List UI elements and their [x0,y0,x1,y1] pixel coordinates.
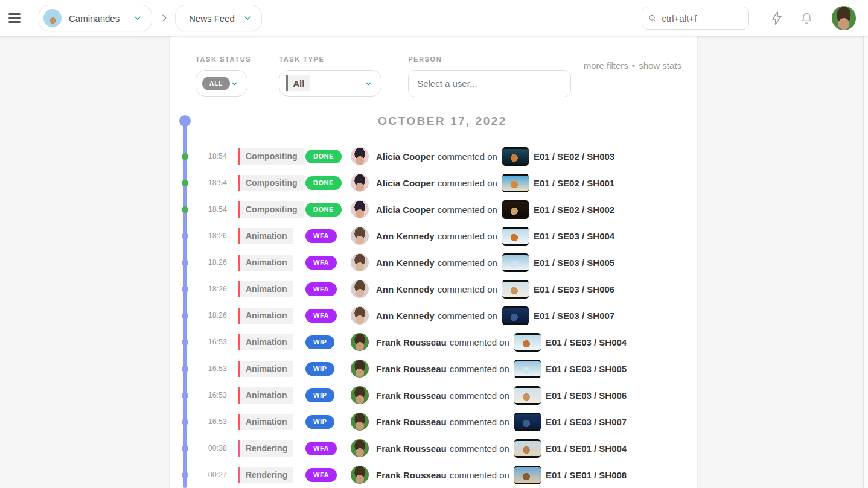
show-stats-link[interactable]: show stats [639,60,681,71]
entity-link[interactable]: E01 / SE03 / SH007 [534,311,614,321]
menu-hamburger-icon[interactable] [8,11,24,25]
task-type-name: Animation [240,308,293,324]
person-name[interactable]: Frank Rousseau [376,443,447,454]
feed-event-row[interactable]: 18:54CompositingDONEAlicia Coopercomment… [170,170,697,196]
person-avatar[interactable] [351,439,369,457]
entity-link[interactable]: E01 / SE01 / SH008 [546,470,627,480]
event-time: 18:26 [170,311,227,320]
status-badge-wrap: WFA [305,282,351,296]
feed-event-row[interactable]: 18:26AnimationWFAAnn Kennedycommented on… [170,302,697,329]
entity-link[interactable]: E01 / SE02 / SH001 [534,178,614,188]
more-filters-link[interactable]: more filters [584,60,628,71]
entity-link[interactable]: E01 / SE03 / SH004 [546,337,627,347]
shot-thumbnail[interactable] [502,253,529,272]
feed-event-row[interactable]: 18:54CompositingDONEAlicia Coopercomment… [170,143,697,170]
user-avatar[interactable] [832,6,856,30]
chevron-down-icon [231,80,238,87]
person-avatar[interactable] [351,227,369,245]
person-name[interactable]: Frank Rousseau [376,337,447,347]
person-name[interactable]: Alicia Cooper [376,151,435,162]
task-status-select[interactable]: ALL [196,70,247,97]
search-input[interactable] [662,13,742,24]
shot-thumbnail[interactable] [514,333,541,352]
person-name[interactable]: Ann Kennedy [376,284,435,294]
person-avatar[interactable] [351,306,369,325]
shot-thumbnail[interactable] [514,413,541,431]
person-name[interactable]: Alicia Cooper [376,178,435,188]
shot-thumbnail[interactable] [514,466,541,484]
search-icon [648,13,657,24]
shot-thumbnail[interactable] [514,439,541,458]
task-type-chip: Animation [238,255,293,271]
task-type-select[interactable]: All [279,70,381,97]
person-name[interactable]: Ann Kennedy [376,231,435,241]
notifications-bell-icon[interactable] [800,11,814,25]
activity-feed: OCTOBER 17, 2022 18:54CompositingDONEAli… [170,115,697,488]
timeline-dot [182,392,188,399]
shot-thumbnail[interactable] [502,227,529,246]
person-name[interactable]: Frank Rousseau [376,364,447,374]
shot-thumbnail[interactable] [502,280,529,299]
person-avatar[interactable] [351,413,369,431]
section-name: News Feed [189,13,235,24]
event-time: 00:38 [170,444,227,452]
shot-thumbnail[interactable] [502,174,529,192]
feed-event-row[interactable]: 18:26AnimationWFAAnn Kennedycommented on… [170,276,697,302]
person-avatar[interactable] [351,147,369,165]
event-time: 18:26 [170,258,227,267]
production-select[interactable]: Caminandes [39,5,152,31]
shot-thumbnail[interactable] [514,386,541,405]
person-avatar[interactable] [351,280,369,298]
feed-event-row[interactable]: 16:53AnimationWIPFrank Rousseaucommented… [170,408,697,435]
feed-event-row[interactable]: 18:26AnimationWFAAnn Kennedycommented on… [170,249,697,276]
person-select-input[interactable] [408,70,571,97]
entity-link[interactable]: E01 / SE02 / SH003 [534,151,614,162]
quick-timer-lightning-icon[interactable] [770,11,784,25]
section-select[interactable]: News Feed [175,5,262,31]
person-name[interactable]: Alicia Cooper [376,204,435,215]
feed-event-row[interactable]: 16:53AnimationWIPFrank Rousseaucommented… [170,329,697,355]
person-avatar[interactable] [351,360,369,378]
person-avatar[interactable] [351,253,369,271]
timeline-dot [182,339,188,346]
entity-link[interactable]: E01 / SE03 / SH004 [534,231,614,241]
status-badge-wrap: WIP [305,335,351,349]
feed-event-row[interactable]: 00:27RenderingWFAFrank Rousseaucommented… [170,461,697,488]
person-name[interactable]: Frank Rousseau [376,390,447,401]
entity-link[interactable]: E01 / SE03 / SH005 [534,258,614,268]
person-avatar[interactable] [351,386,369,404]
entity-link[interactable]: E01 / SE02 / SH002 [534,204,614,215]
person-avatar[interactable] [351,333,369,351]
task-type-name: Compositing [240,201,304,218]
event-action-text: commented on [438,311,497,321]
page-content: TASK STATUS ALL TASK TYPE All PERSON [0,36,868,488]
shot-thumbnail[interactable] [502,200,529,219]
shot-thumbnail[interactable] [502,306,529,325]
person-name[interactable]: Frank Rousseau [376,417,447,427]
feed-event-row[interactable]: 18:26AnimationWFAAnn Kennedycommented on… [170,223,697,249]
feed-event-row[interactable]: 00:38RenderingWFAFrank Rousseaucommented… [170,435,697,461]
shot-thumbnail[interactable] [514,360,541,378]
entity-link[interactable]: E01 / SE03 / SH005 [546,364,627,374]
person-name[interactable]: Frank Rousseau [376,470,447,480]
entity-link[interactable]: E01 / SE01 / SH004 [546,443,627,454]
feed-event-row[interactable]: 16:53AnimationWIPFrank Rousseaucommented… [170,382,697,408]
entity-link[interactable]: E01 / SE03 / SH006 [546,390,627,401]
person-name[interactable]: Ann Kennedy [376,258,435,268]
chevron-down-icon [365,80,372,87]
entity-link[interactable]: E01 / SE03 / SH006 [534,284,614,294]
person-avatar[interactable] [351,200,369,218]
feed-event-row[interactable]: 16:53AnimationWIPFrank Rousseaucommented… [170,355,697,382]
chevron-down-icon [243,14,252,22]
person-avatar[interactable] [351,174,369,192]
person-avatar[interactable] [351,466,369,484]
task-type-name: Animation [240,281,293,297]
scrollbar[interactable] [863,36,868,488]
task-type-name: Animation [240,228,293,244]
shot-thumbnail[interactable] [502,147,529,166]
task-type-chip: Animation [238,281,293,297]
entity-link[interactable]: E01 / SE03 / SH007 [546,417,627,427]
feed-event-row[interactable]: 18:54CompositingDONEAlicia Coopercomment… [170,196,697,223]
status-badge: WFA [305,282,337,296]
person-name[interactable]: Ann Kennedy [376,311,435,321]
